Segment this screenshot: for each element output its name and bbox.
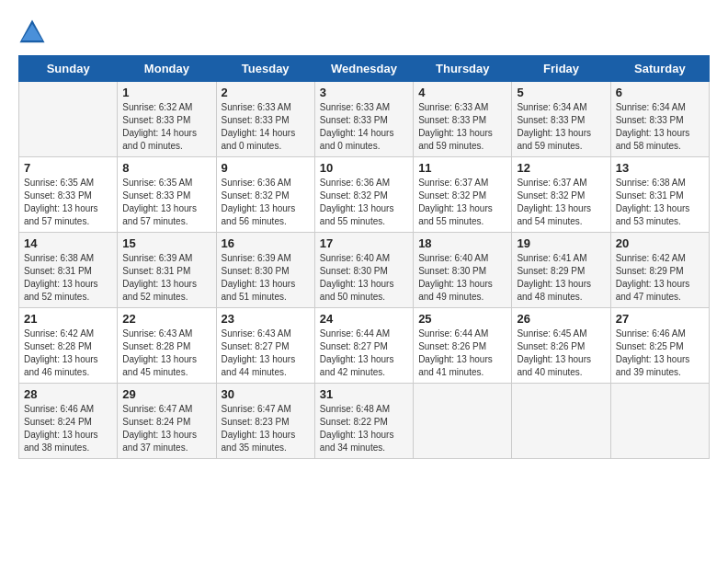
day-cell: 29Sunrise: 6:47 AM Sunset: 8:24 PM Dayli…: [118, 384, 216, 459]
day-info: Sunrise: 6:33 AM Sunset: 8:33 PM Dayligh…: [320, 101, 408, 153]
day-info: Sunrise: 6:45 AM Sunset: 8:26 PM Dayligh…: [517, 327, 605, 379]
day-cell: 21Sunrise: 6:42 AM Sunset: 8:28 PM Dayli…: [19, 308, 118, 384]
day-number: 25: [418, 312, 506, 326]
day-info: Sunrise: 6:48 AM Sunset: 8:22 PM Dayligh…: [320, 403, 408, 454]
day-number: 6: [616, 86, 704, 99]
day-number: 16: [222, 236, 310, 250]
day-cell: [610, 384, 709, 459]
day-number: 24: [320, 312, 408, 326]
week-row-4: 21Sunrise: 6:42 AM Sunset: 8:28 PM Dayli…: [19, 308, 710, 384]
day-cell: 26Sunrise: 6:45 AM Sunset: 8:26 PM Dayli…: [512, 308, 610, 384]
day-info: Sunrise: 6:34 AM Sunset: 8:33 PM Dayligh…: [616, 101, 704, 153]
day-cell: [19, 82, 118, 157]
day-cell: 19Sunrise: 6:41 AM Sunset: 8:29 PM Dayli…: [512, 233, 610, 308]
day-info: Sunrise: 6:42 AM Sunset: 8:28 PM Dayligh…: [24, 327, 112, 379]
day-info: Sunrise: 6:32 AM Sunset: 8:33 PM Dayligh…: [122, 101, 210, 153]
day-number: 13: [616, 161, 704, 175]
day-number: 19: [517, 236, 605, 250]
day-number: 1: [122, 86, 210, 99]
day-info: Sunrise: 6:33 AM Sunset: 8:33 PM Dayligh…: [418, 101, 506, 153]
page-header: [18, 18, 710, 46]
day-number: 12: [517, 161, 605, 175]
logo-icon: [18, 18, 46, 46]
day-number: 8: [122, 161, 210, 175]
day-cell: 11Sunrise: 6:37 AM Sunset: 8:32 PM Dayli…: [414, 157, 512, 233]
week-row-1: 1Sunrise: 6:32 AM Sunset: 8:33 PM Daylig…: [19, 82, 710, 157]
col-monday: Monday: [118, 56, 216, 82]
day-number: 10: [320, 161, 408, 175]
day-cell: 1Sunrise: 6:32 AM Sunset: 8:33 PM Daylig…: [118, 82, 216, 157]
day-info: Sunrise: 6:46 AM Sunset: 8:25 PM Dayligh…: [616, 327, 704, 379]
day-cell: 22Sunrise: 6:43 AM Sunset: 8:28 PM Dayli…: [118, 308, 216, 384]
day-cell: 20Sunrise: 6:42 AM Sunset: 8:29 PM Dayli…: [610, 233, 709, 308]
day-number: 7: [24, 161, 112, 175]
col-sunday: Sunday: [19, 56, 118, 82]
day-cell: 9Sunrise: 6:36 AM Sunset: 8:32 PM Daylig…: [216, 157, 314, 233]
day-info: Sunrise: 6:38 AM Sunset: 8:31 PM Dayligh…: [24, 252, 112, 304]
day-info: Sunrise: 6:43 AM Sunset: 8:28 PM Dayligh…: [122, 327, 210, 379]
day-info: Sunrise: 6:43 AM Sunset: 8:27 PM Dayligh…: [222, 327, 310, 379]
calendar-table: Sunday Monday Tuesday Wednesday Thursday…: [18, 55, 710, 459]
day-number: 17: [320, 236, 408, 250]
day-info: Sunrise: 6:47 AM Sunset: 8:24 PM Dayligh…: [122, 403, 210, 454]
day-cell: 16Sunrise: 6:39 AM Sunset: 8:30 PM Dayli…: [216, 233, 314, 308]
day-info: Sunrise: 6:42 AM Sunset: 8:29 PM Dayligh…: [616, 252, 704, 304]
logo: [18, 18, 50, 46]
day-info: Sunrise: 6:41 AM Sunset: 8:29 PM Dayligh…: [517, 252, 605, 304]
day-number: 11: [418, 161, 506, 175]
day-info: Sunrise: 6:35 AM Sunset: 8:33 PM Dayligh…: [24, 177, 112, 228]
day-number: 15: [122, 236, 210, 250]
col-tuesday: Tuesday: [216, 56, 314, 82]
day-cell: 7Sunrise: 6:35 AM Sunset: 8:33 PM Daylig…: [19, 157, 118, 233]
col-thursday: Thursday: [414, 56, 512, 82]
day-cell: 23Sunrise: 6:43 AM Sunset: 8:27 PM Dayli…: [216, 308, 314, 384]
week-row-2: 7Sunrise: 6:35 AM Sunset: 8:33 PM Daylig…: [19, 157, 710, 233]
day-info: Sunrise: 6:34 AM Sunset: 8:33 PM Dayligh…: [517, 101, 605, 153]
day-number: 30: [222, 387, 310, 401]
day-cell: 14Sunrise: 6:38 AM Sunset: 8:31 PM Dayli…: [19, 233, 118, 308]
day-number: 20: [616, 236, 704, 250]
day-info: Sunrise: 6:39 AM Sunset: 8:30 PM Dayligh…: [222, 252, 310, 304]
day-cell: 25Sunrise: 6:44 AM Sunset: 8:26 PM Dayli…: [414, 308, 512, 384]
day-number: 2: [222, 86, 310, 99]
day-info: Sunrise: 6:36 AM Sunset: 8:32 PM Dayligh…: [320, 177, 408, 228]
calendar-body: 1Sunrise: 6:32 AM Sunset: 8:33 PM Daylig…: [19, 82, 710, 459]
svg-marker-1: [22, 24, 43, 40]
day-cell: 24Sunrise: 6:44 AM Sunset: 8:27 PM Dayli…: [314, 308, 413, 384]
day-cell: 27Sunrise: 6:46 AM Sunset: 8:25 PM Dayli…: [610, 308, 709, 384]
day-info: Sunrise: 6:40 AM Sunset: 8:30 PM Dayligh…: [418, 252, 506, 304]
day-number: 29: [122, 387, 210, 401]
day-cell: 5Sunrise: 6:34 AM Sunset: 8:33 PM Daylig…: [512, 82, 610, 157]
calendar-header: Sunday Monday Tuesday Wednesday Thursday…: [19, 56, 710, 82]
day-info: Sunrise: 6:46 AM Sunset: 8:24 PM Dayligh…: [24, 403, 112, 454]
day-cell: 30Sunrise: 6:47 AM Sunset: 8:23 PM Dayli…: [216, 384, 314, 459]
day-info: Sunrise: 6:44 AM Sunset: 8:26 PM Dayligh…: [418, 327, 506, 379]
day-cell: [512, 384, 610, 459]
day-info: Sunrise: 6:37 AM Sunset: 8:32 PM Dayligh…: [418, 177, 506, 228]
day-info: Sunrise: 6:44 AM Sunset: 8:27 PM Dayligh…: [320, 327, 408, 379]
day-cell: 10Sunrise: 6:36 AM Sunset: 8:32 PM Dayli…: [314, 157, 413, 233]
day-info: Sunrise: 6:35 AM Sunset: 8:33 PM Dayligh…: [122, 177, 210, 228]
day-number: 26: [517, 312, 605, 326]
day-number: 23: [222, 312, 310, 326]
day-cell: 2Sunrise: 6:33 AM Sunset: 8:33 PM Daylig…: [216, 82, 314, 157]
day-number: 14: [24, 236, 112, 250]
day-cell: 3Sunrise: 6:33 AM Sunset: 8:33 PM Daylig…: [314, 82, 413, 157]
day-number: 27: [616, 312, 704, 326]
day-number: 3: [320, 86, 408, 99]
day-cell: 31Sunrise: 6:48 AM Sunset: 8:22 PM Dayli…: [314, 384, 413, 459]
day-cell: 8Sunrise: 6:35 AM Sunset: 8:33 PM Daylig…: [118, 157, 216, 233]
day-cell: 12Sunrise: 6:37 AM Sunset: 8:32 PM Dayli…: [512, 157, 610, 233]
day-number: 28: [24, 387, 112, 401]
col-saturday: Saturday: [610, 56, 709, 82]
day-number: 4: [418, 86, 506, 99]
week-row-3: 14Sunrise: 6:38 AM Sunset: 8:31 PM Dayli…: [19, 233, 710, 308]
day-cell: 13Sunrise: 6:38 AM Sunset: 8:31 PM Dayli…: [610, 157, 709, 233]
day-number: 9: [222, 161, 310, 175]
day-info: Sunrise: 6:33 AM Sunset: 8:33 PM Dayligh…: [222, 101, 310, 153]
day-info: Sunrise: 6:40 AM Sunset: 8:30 PM Dayligh…: [320, 252, 408, 304]
day-number: 22: [122, 312, 210, 326]
day-number: 18: [418, 236, 506, 250]
day-info: Sunrise: 6:39 AM Sunset: 8:31 PM Dayligh…: [122, 252, 210, 304]
day-info: Sunrise: 6:36 AM Sunset: 8:32 PM Dayligh…: [222, 177, 310, 228]
